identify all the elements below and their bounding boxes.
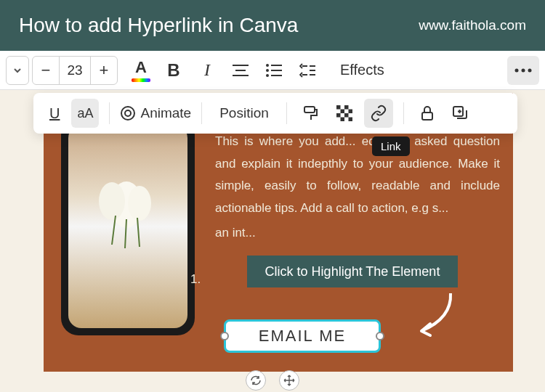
position-button[interactable]: Position — [212, 105, 276, 121]
svg-point-20 — [99, 182, 125, 220]
svg-point-7 — [125, 110, 131, 116]
svg-rect-17 — [422, 113, 432, 120]
site-url: www.faithola.com — [419, 17, 526, 33]
paint-roller-icon — [303, 105, 319, 121]
effects-button[interactable]: Effects — [326, 56, 399, 85]
main-toolbar: − 23 + A B I Effects — [0, 51, 545, 90]
svg-rect-13 — [336, 113, 341, 118]
bold-button[interactable]: B — [158, 56, 189, 85]
link-icon — [370, 105, 387, 122]
email-me-button[interactable]: EMAIL ME — [224, 319, 381, 353]
lock-icon — [420, 105, 435, 121]
list-marker: 1. — [190, 269, 201, 291]
svg-rect-10 — [344, 105, 349, 110]
svg-point-6 — [121, 107, 134, 120]
font-size-increase[interactable]: + — [91, 57, 117, 84]
move-icon — [283, 375, 295, 386]
sync-button[interactable] — [246, 370, 266, 391]
duplicate-button[interactable] — [446, 99, 474, 128]
italic-button[interactable]: I — [192, 56, 222, 85]
underline-button[interactable]: U — [44, 99, 65, 128]
flower-image — [90, 168, 163, 248]
text-color-a-icon: A — [135, 58, 147, 77]
svg-point-0 — [266, 64, 269, 67]
divider — [286, 102, 287, 124]
svg-rect-16 — [348, 118, 352, 122]
svg-rect-14 — [344, 113, 349, 118]
tutorial-header: How to add Hyperlink in Canva www.faitho… — [0, 0, 545, 51]
font-size-decrease[interactable]: − — [33, 57, 59, 84]
duplicate-icon — [452, 105, 468, 121]
align-button[interactable] — [225, 56, 256, 85]
list-button[interactable] — [259, 56, 289, 85]
more-options-button[interactable] — [507, 56, 539, 85]
svg-rect-8 — [304, 107, 315, 113]
font-size-value[interactable]: 23 — [59, 57, 91, 84]
svg-rect-15 — [340, 118, 344, 122]
selection-handle-left[interactable] — [220, 332, 229, 340]
lock-button[interactable] — [414, 99, 440, 128]
svg-rect-12 — [348, 110, 352, 114]
canvas-controls — [246, 370, 299, 391]
arrow-icon — [407, 287, 462, 343]
svg-point-5 — [528, 68, 532, 72]
phone-mockup[interactable] — [61, 118, 195, 335]
checkerboard-icon — [336, 105, 352, 121]
paint-roller-button[interactable] — [297, 99, 325, 128]
instruction-callout: Click to Highlight The Element — [247, 256, 458, 287]
phone-screen-image — [68, 125, 187, 328]
svg-point-21 — [128, 186, 151, 221]
spacing-button[interactable] — [292, 56, 323, 85]
animate-icon — [120, 105, 136, 121]
move-button[interactable] — [279, 370, 299, 391]
link-tooltip: Link — [372, 136, 410, 156]
sync-icon — [250, 375, 262, 386]
svg-point-1 — [266, 69, 269, 72]
svg-rect-9 — [336, 105, 341, 110]
divider — [109, 102, 110, 124]
svg-point-2 — [266, 74, 269, 77]
selection-handle-right[interactable] — [376, 332, 384, 340]
canvas-area[interactable]: This is where you add... equently asked … — [44, 93, 513, 372]
svg-point-4 — [522, 68, 525, 72]
link-button[interactable] — [364, 99, 393, 128]
secondary-toolbar: U aA Animate Position — [33, 93, 517, 134]
text-case-button[interactable]: aA — [71, 99, 99, 128]
animate-button[interactable]: Animate — [120, 105, 191, 121]
body-paragraph[interactable]: This is where you add... equently asked … — [215, 131, 500, 245]
divider — [201, 102, 202, 124]
divider — [403, 102, 404, 124]
font-size-stepper: − 23 + — [32, 56, 118, 85]
color-swatch-icon — [132, 78, 150, 82]
svg-rect-11 — [340, 110, 344, 114]
page-title: How to add Hyperlink in Canva — [19, 14, 298, 37]
svg-point-3 — [515, 68, 519, 72]
transparency-button[interactable] — [331, 99, 358, 128]
font-dropdown[interactable] — [6, 56, 29, 85]
text-color-button[interactable]: A — [126, 56, 156, 85]
